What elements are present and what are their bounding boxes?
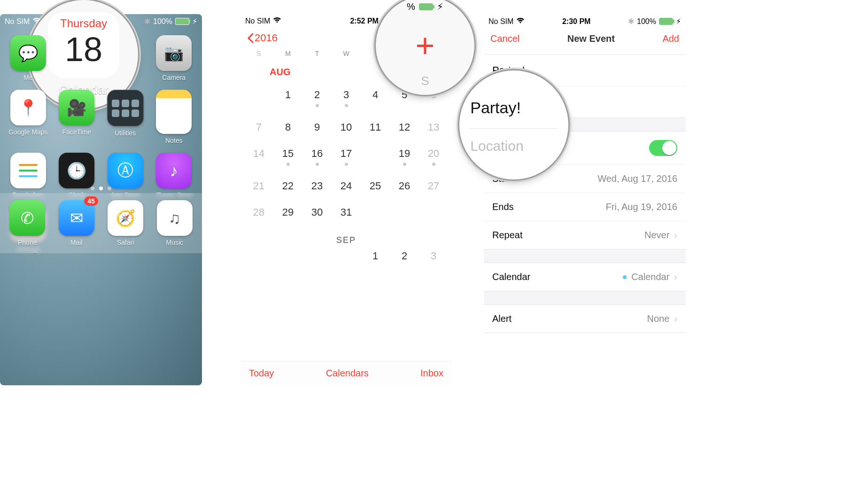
compass-icon: 🧭 <box>108 200 143 236</box>
calendar-day[interactable]: 26 <box>390 180 419 192</box>
camera-icon: 📷 <box>156 35 192 71</box>
calendar-day[interactable]: 22 <box>273 180 302 192</box>
chevron-right-icon: › <box>674 313 677 324</box>
add-event-button[interactable]: + <box>416 29 435 62</box>
event-dot-icon <box>345 163 348 166</box>
calendar-day[interactable]: 2 <box>390 250 419 262</box>
app-clock[interactable]: 🕒Clock <box>55 153 99 199</box>
calendar-day <box>332 250 361 262</box>
event-dot-icon <box>287 163 290 166</box>
zoom-add-event: %⚡︎ + S <box>376 0 474 95</box>
calendar-day[interactable]: 23 <box>302 180 332 192</box>
allday-toggle[interactable] <box>649 140 677 156</box>
bluetooth-icon: ✱ <box>144 17 150 26</box>
event-location-zoom[interactable]: Location <box>470 129 558 154</box>
dow-label: S <box>244 50 273 57</box>
chevron-right-icon: › <box>674 230 677 241</box>
dock-safari[interactable]: 🧭Safari <box>108 200 143 246</box>
calendars-button[interactable]: Calendars <box>326 368 369 379</box>
battery-pct: 100% <box>153 17 172 26</box>
calendar-day[interactable]: 25 <box>361 180 390 192</box>
calendar-day[interactable]: 28 <box>244 206 273 218</box>
calendar-day[interactable]: 30 <box>302 206 332 218</box>
carrier-label: No SIM <box>488 17 513 26</box>
app-utilities-folder[interactable]: Utilities <box>104 90 147 144</box>
calendar-day[interactable]: 15 <box>273 148 302 166</box>
cancel-button[interactable]: Cancel <box>490 33 519 44</box>
carrier-label: No SIM <box>245 17 270 25</box>
appstore-icon: Ⓐ <box>108 153 143 188</box>
calendar-day[interactable]: 3 <box>332 89 361 107</box>
calendar-day[interactable]: 20 <box>419 148 448 166</box>
app-google-maps[interactable]: 📍Google Maps <box>7 90 50 144</box>
event-dot-icon <box>345 104 348 107</box>
calendar-day[interactable]: 1 <box>273 89 302 107</box>
calendar-day[interactable]: 1 <box>361 250 390 262</box>
calendar-day[interactable]: 14 <box>244 148 273 166</box>
calendar-day <box>244 89 273 107</box>
dow-label: W <box>332 50 361 57</box>
calendar-day[interactable]: 17 <box>332 148 361 166</box>
status-time: 2:30 PM <box>562 17 590 26</box>
calendar-day[interactable]: 3 <box>419 250 448 262</box>
calendar-day <box>273 250 302 262</box>
app-facetime[interactable]: 🎥FaceTime <box>55 90 99 144</box>
calendar-day[interactable]: 2 <box>302 89 332 107</box>
status-bar: No SIM ✱ 100% ⚡︎ <box>0 14 202 29</box>
add-button[interactable]: Add <box>662 33 679 44</box>
app-reminders[interactable]: Reminders <box>7 153 50 199</box>
new-event-header: Cancel New Event Add <box>484 29 686 48</box>
music-icon: ♫ <box>157 200 193 236</box>
calendar-day[interactable]: 31 <box>332 206 361 218</box>
calendar-day[interactable]: 12 <box>390 121 419 133</box>
app-camera[interactable]: 📷Camera <box>153 35 196 81</box>
ends-row[interactable]: EndsFri, Aug 19, 2016 <box>484 193 686 221</box>
itunes-icon: ♪ <box>156 153 192 188</box>
page-dots[interactable] <box>0 187 202 190</box>
notes-icon <box>156 90 192 134</box>
app-appstore[interactable]: ⒶApp Store <box>104 153 147 199</box>
inbox-button[interactable]: Inbox <box>420 368 443 379</box>
dock-music[interactable]: ♫Music <box>157 200 193 246</box>
calendar-day[interactable]: 21 <box>244 180 273 192</box>
repeat-row[interactable]: RepeatNever› <box>484 221 686 249</box>
dock-mail[interactable]: ✉︎45Mail <box>59 200 94 246</box>
event-dot-icon <box>403 163 406 166</box>
wifi-icon <box>32 17 41 26</box>
battery-pct: 100% <box>637 17 656 26</box>
calendar-day[interactable]: 16 <box>302 148 332 166</box>
calendar-day[interactable]: 29 <box>273 206 302 218</box>
calendar-day[interactable]: 19 <box>390 148 419 166</box>
calendar-day[interactable]: 18 <box>361 148 390 166</box>
maps-icon: 📍 <box>10 90 46 125</box>
event-title-zoom[interactable]: Partay! <box>470 96 558 129</box>
event-dot-icon <box>316 104 319 107</box>
calendar-day[interactable]: 13 <box>419 121 448 133</box>
calendar-day[interactable]: 8 <box>273 121 302 133</box>
page-title: New Event <box>567 33 615 44</box>
app-notes[interactable]: Notes <box>153 90 196 144</box>
calendar-day[interactable]: 10 <box>332 121 361 133</box>
battery-pct-glyph: % <box>407 1 415 12</box>
wifi-icon <box>273 17 281 25</box>
dock: ✆Phone ✉︎45Mail 🧭Safari ♫Music <box>0 193 202 253</box>
charging-icon: ⚡︎ <box>437 1 443 12</box>
calendar-day[interactable]: 9 <box>302 121 332 133</box>
calendar-day[interactable]: 24 <box>332 180 361 192</box>
home-screen-panel: No SIM ✱ 100% ⚡︎ 💬Me 📷Camera 📍 <box>0 14 202 385</box>
app-messages[interactable]: 💬Me <box>7 35 50 81</box>
alert-row[interactable]: AlertNone› <box>484 305 686 333</box>
dock-phone[interactable]: ✆Phone <box>9 200 45 246</box>
calendar-row[interactable]: CalendarCalendar› <box>484 263 686 291</box>
calendar-day[interactable]: 27 <box>419 180 448 192</box>
today-button[interactable]: Today <box>249 368 274 379</box>
calendar-day[interactable]: 7 <box>244 121 273 133</box>
app-itunes[interactable]: ♪iTunes Store <box>153 153 196 199</box>
calendar-footer: Today Calendars Inbox <box>240 361 452 385</box>
chevron-left-icon <box>247 33 254 43</box>
calendar-day[interactable]: 4 <box>361 89 390 107</box>
phone-icon: ✆ <box>9 200 45 236</box>
clock-icon: 🕒 <box>59 153 94 188</box>
calendar-day[interactable]: 11 <box>361 121 390 133</box>
back-to-year-button[interactable]: 2016 <box>247 32 278 44</box>
